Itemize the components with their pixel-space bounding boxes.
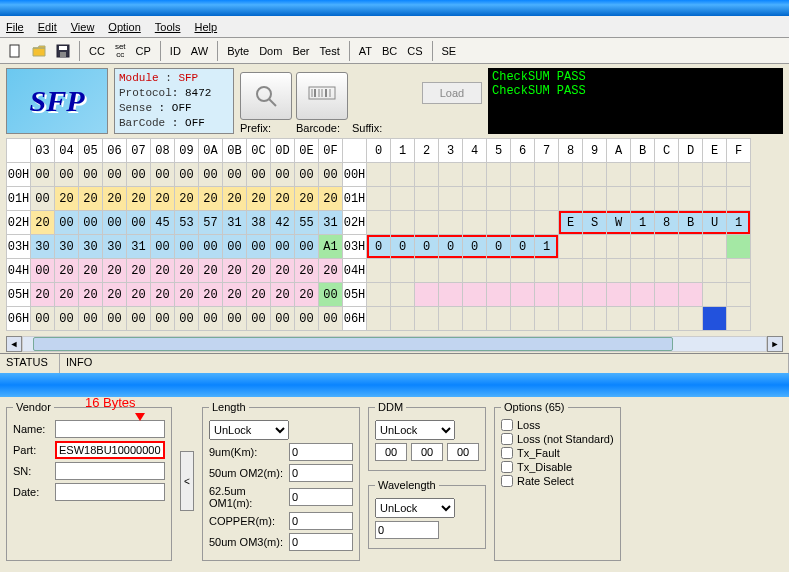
hex-cell[interactable]: 20	[55, 187, 79, 211]
hex-cell[interactable]: 00	[127, 211, 151, 235]
ascii-cell[interactable]	[727, 187, 751, 211]
hex-cell[interactable]: 30	[31, 235, 55, 259]
ascii-cell[interactable]	[463, 307, 487, 331]
hex-cell[interactable]: 30	[103, 235, 127, 259]
ascii-cell[interactable]	[391, 259, 415, 283]
vendor-sn-input[interactable]	[55, 462, 165, 480]
hex-cell[interactable]: 00	[175, 163, 199, 187]
hex-cell[interactable]: 00	[175, 307, 199, 331]
ascii-cell[interactable]	[391, 187, 415, 211]
ascii-cell[interactable]	[679, 283, 703, 307]
hex-cell[interactable]: 20	[295, 283, 319, 307]
hex-cell[interactable]: 20	[103, 259, 127, 283]
hex-cell[interactable]: 00	[223, 307, 247, 331]
ascii-cell[interactable]	[727, 235, 751, 259]
hex-cell[interactable]: 55	[295, 211, 319, 235]
ascii-cell[interactable]	[559, 259, 583, 283]
hex-cell[interactable]: 20	[55, 283, 79, 307]
ascii-cell[interactable]: 0	[391, 235, 415, 259]
ddm-select[interactable]: UnLock	[375, 420, 455, 440]
length-copper-input[interactable]	[289, 512, 353, 530]
ascii-cell[interactable]: 1	[535, 235, 559, 259]
hex-cell[interactable]: 20	[127, 283, 151, 307]
hex-cell[interactable]: 20	[127, 187, 151, 211]
ascii-cell[interactable]	[703, 307, 727, 331]
hex-cell[interactable]: 20	[55, 259, 79, 283]
menu-option[interactable]: Option	[108, 21, 140, 33]
hex-cell[interactable]: 20	[31, 211, 55, 235]
ascii-cell[interactable]	[439, 283, 463, 307]
hex-cell[interactable]: 00	[247, 307, 271, 331]
hex-cell[interactable]: 00	[31, 307, 55, 331]
ascii-cell[interactable]	[367, 211, 391, 235]
ascii-cell[interactable]	[607, 163, 631, 187]
save-icon[interactable]	[52, 41, 74, 61]
ascii-cell[interactable]	[607, 187, 631, 211]
hex-cell[interactable]: 00	[103, 307, 127, 331]
ascii-cell[interactable]	[679, 259, 703, 283]
wavelength-select[interactable]: UnLock	[375, 498, 455, 518]
ascii-cell[interactable]	[415, 211, 439, 235]
hex-cell[interactable]: 57	[199, 211, 223, 235]
ascii-cell[interactable]	[631, 307, 655, 331]
toolbar-setcc[interactable]: setcc	[111, 41, 130, 61]
hex-cell[interactable]: 00	[175, 235, 199, 259]
hex-cell[interactable]: 20	[31, 283, 55, 307]
toolbar-byte[interactable]: Byte	[223, 41, 253, 61]
hex-cell[interactable]: 20	[271, 187, 295, 211]
open-file-icon[interactable]	[28, 41, 50, 61]
hex-cell[interactable]: 00	[223, 235, 247, 259]
ascii-cell[interactable]	[631, 163, 655, 187]
ascii-cell[interactable]	[583, 259, 607, 283]
ascii-cell[interactable]	[391, 307, 415, 331]
ascii-cell[interactable]	[559, 163, 583, 187]
scroll-left-icon[interactable]: ◄	[6, 336, 22, 352]
ascii-cell[interactable]	[439, 187, 463, 211]
ascii-cell[interactable]: 1	[631, 211, 655, 235]
wavelength-input[interactable]	[375, 521, 439, 539]
hex-cell[interactable]: 20	[223, 283, 247, 307]
hex-cell[interactable]: 42	[271, 211, 295, 235]
toolbar-cp[interactable]: CP	[132, 41, 155, 61]
ascii-cell[interactable]	[463, 163, 487, 187]
hex-cell[interactable]: 00	[271, 235, 295, 259]
ascii-cell[interactable]	[511, 307, 535, 331]
ascii-cell[interactable]: 0	[463, 235, 487, 259]
ascii-cell[interactable]	[391, 211, 415, 235]
ascii-cell[interactable]	[727, 283, 751, 307]
hex-cell[interactable]: 00	[199, 163, 223, 187]
hex-cell[interactable]: 00	[79, 211, 103, 235]
ascii-cell[interactable]	[439, 163, 463, 187]
ascii-cell[interactable]	[535, 187, 559, 211]
length-9um-input[interactable]	[289, 443, 353, 461]
toolbar-aw[interactable]: AW	[187, 41, 212, 61]
ascii-cell[interactable]	[607, 235, 631, 259]
hex-cell[interactable]: 20	[151, 283, 175, 307]
ascii-cell[interactable]	[727, 163, 751, 187]
hex-cell[interactable]: 31	[223, 211, 247, 235]
menu-help[interactable]: Help	[194, 21, 217, 33]
hex-cell[interactable]: 00	[271, 307, 295, 331]
ascii-cell[interactable]	[655, 307, 679, 331]
hex-cell[interactable]: 00	[199, 307, 223, 331]
ddm-byte-0[interactable]	[375, 443, 407, 461]
hex-cell[interactable]: 53	[175, 211, 199, 235]
ascii-cell[interactable]	[631, 187, 655, 211]
ascii-cell[interactable]	[415, 307, 439, 331]
hex-cell[interactable]: 31	[127, 235, 151, 259]
ascii-cell[interactable]: U	[703, 211, 727, 235]
ascii-cell[interactable]	[679, 235, 703, 259]
length-50um-om3-input[interactable]	[289, 533, 353, 551]
menu-edit[interactable]: Edit	[38, 21, 57, 33]
hex-cell[interactable]: 20	[223, 187, 247, 211]
ascii-cell[interactable]	[655, 187, 679, 211]
toolbar-bc[interactable]: BC	[378, 41, 401, 61]
load-button[interactable]: Load	[422, 82, 482, 104]
ascii-cell[interactable]	[367, 307, 391, 331]
hex-cell[interactable]: 20	[247, 283, 271, 307]
hex-cell[interactable]: 00	[295, 235, 319, 259]
length-50um-om2-input[interactable]	[289, 464, 353, 482]
hex-cell[interactable]: 00	[295, 163, 319, 187]
ascii-cell[interactable]	[583, 235, 607, 259]
hex-cell[interactable]: 20	[103, 187, 127, 211]
